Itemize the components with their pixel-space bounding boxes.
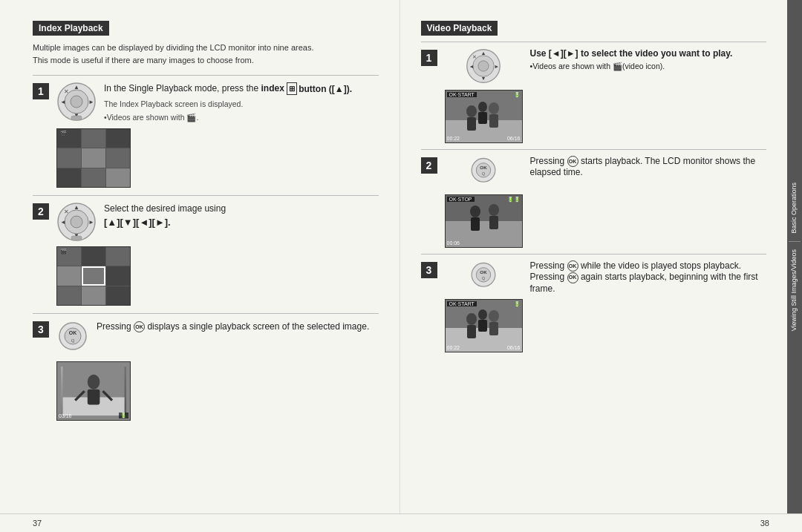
right-step-3-content: OK Q OK· bbox=[445, 260, 767, 352]
svg-text:▲: ▲ bbox=[480, 50, 486, 56]
left-intro: Multiple images can be displayed by divi… bbox=[33, 42, 379, 66]
sidebar-divider bbox=[789, 241, 801, 242]
svg-text:Q: Q bbox=[482, 276, 485, 280]
left-step-2-thumb: 🎬 bbox=[56, 246, 379, 306]
right-step-1-number: 1 bbox=[421, 50, 437, 66]
svg-point-53 bbox=[489, 204, 499, 216]
right-step-2-icons: OK Q OK·STOP 00:06 bbox=[445, 156, 523, 248]
right-step-2-number: 2 bbox=[421, 157, 437, 174]
left-step-2-text: Select the desired image using [▲][▼][◄]… bbox=[104, 202, 379, 230]
left-section-header: Index Playback bbox=[33, 21, 109, 36]
right-page-number: 38 bbox=[760, 519, 769, 528]
left-step-1-text: In the Single Playback mode, press the i… bbox=[104, 82, 379, 124]
left-step-1-content: ▲ ▼ ◄ ► ✕ In the Single Playback mode, p… bbox=[56, 82, 379, 124]
svg-point-43 bbox=[478, 102, 487, 112]
svg-text:✕: ✕ bbox=[64, 208, 69, 215]
svg-point-61 bbox=[466, 313, 477, 325]
svg-point-39 bbox=[466, 105, 477, 117]
svg-text:OK: OK bbox=[480, 269, 487, 275]
right-step-1-row: 1 ▲ ▼ ◄ ► ✕ bbox=[421, 42, 767, 143]
right-step-1-icons: ▲ ▼ ◄ ► ✕ bbox=[445, 48, 523, 143]
svg-text:▲: ▲ bbox=[74, 204, 79, 211]
sidebar-top-label: Basic Operations bbox=[790, 180, 799, 237]
left-step-1-icon: ▲ ▼ ◄ ► ✕ bbox=[56, 82, 97, 122]
svg-text:◄: ◄ bbox=[469, 64, 474, 70]
svg-rect-17 bbox=[71, 236, 82, 240]
svg-rect-66 bbox=[478, 320, 487, 332]
svg-rect-54 bbox=[489, 216, 498, 229]
right-section-header: Video Playback bbox=[421, 21, 498, 36]
svg-text:►: ► bbox=[88, 99, 94, 105]
svg-point-65 bbox=[478, 309, 487, 320]
left-page-number: 37 bbox=[33, 519, 42, 528]
right-step-2-row: 2 OK Q bbox=[421, 149, 767, 248]
svg-point-11 bbox=[71, 216, 82, 228]
svg-text:◄: ◄ bbox=[60, 99, 66, 105]
sidebar-tab: Basic Operations Viewing Still Images/Vi… bbox=[787, 0, 802, 513]
left-step-3-thumb: 🔋 03/16 bbox=[56, 361, 379, 421]
svg-text:Q: Q bbox=[71, 338, 75, 343]
svg-rect-25 bbox=[88, 390, 100, 405]
left-step-2-content: ▲ ▼ ◄ ► ✕ Select the desired image using… bbox=[56, 202, 379, 242]
main-content: Index Playback Multiple images can be di… bbox=[0, 0, 802, 513]
right-step-3-text: Pressing OK while the video is played st… bbox=[530, 260, 767, 352]
page-left: Index Playback Multiple images can be di… bbox=[0, 0, 400, 513]
svg-text:▼: ▼ bbox=[480, 76, 486, 82]
svg-text:✕: ✕ bbox=[64, 88, 69, 95]
svg-point-2 bbox=[71, 96, 82, 108]
left-step-1-row: 1 ▲ ▼ ◄ ► bbox=[33, 75, 379, 124]
left-step-2-number: 2 bbox=[33, 203, 49, 220]
svg-rect-40 bbox=[467, 117, 476, 131]
left-step-3-content: OK Q Pressing OK displays a single playb… bbox=[56, 320, 379, 357]
right-step-3-icons: OK Q OK· bbox=[445, 260, 523, 352]
svg-text:OK: OK bbox=[69, 330, 77, 335]
svg-point-24 bbox=[88, 375, 100, 390]
left-step-1-thumb: 🎬 bbox=[56, 128, 379, 188]
left-step-3-row: 3 OK Q Pressing OK displays a single pla… bbox=[33, 313, 379, 357]
svg-rect-62 bbox=[467, 325, 476, 338]
svg-rect-52 bbox=[471, 217, 480, 231]
left-step-3-number: 3 bbox=[33, 321, 49, 338]
svg-text:✕: ✕ bbox=[472, 54, 477, 60]
left-step-1-number: 1 bbox=[33, 83, 49, 99]
page-right: Video Playback 1 ▲ ▼ ◄ ► ✕ bbox=[400, 0, 803, 513]
svg-text:◄: ◄ bbox=[60, 219, 66, 226]
svg-text:▲: ▲ bbox=[74, 84, 79, 91]
svg-point-30 bbox=[478, 61, 489, 71]
svg-rect-64 bbox=[489, 322, 498, 335]
left-step-2-row: 2 ▲ ▼ ◄ ► ✕ Select the bbox=[33, 195, 379, 242]
svg-point-51 bbox=[470, 206, 480, 217]
svg-rect-42 bbox=[489, 114, 498, 128]
svg-text:Q: Q bbox=[482, 171, 485, 176]
left-step-3-icon: OK Q bbox=[56, 320, 89, 357]
right-step-1-content: ▲ ▼ ◄ ► ✕ bbox=[445, 48, 767, 143]
right-step-3-number: 3 bbox=[421, 262, 437, 278]
right-step-2-content: OK Q OK·STOP 00:06 bbox=[445, 156, 767, 248]
svg-text:►: ► bbox=[88, 219, 94, 226]
right-step-2-text: Pressing OK starts playback. The LCD mon… bbox=[530, 156, 767, 248]
right-step-3-row: 3 OK Q bbox=[421, 254, 767, 352]
svg-text:►: ► bbox=[494, 64, 499, 70]
svg-point-41 bbox=[489, 102, 499, 114]
svg-text:OK: OK bbox=[480, 165, 487, 170]
left-step-3-text: Pressing OK displays a single playback s… bbox=[97, 320, 379, 333]
svg-point-63 bbox=[489, 310, 499, 322]
page-footer: 37 38 bbox=[0, 513, 802, 532]
sidebar-bottom-label: Viewing Still Images/Videos bbox=[790, 246, 799, 334]
svg-rect-44 bbox=[478, 112, 487, 124]
left-step-2-icon: ▲ ▼ ◄ ► ✕ bbox=[56, 202, 97, 242]
svg-rect-8 bbox=[71, 116, 82, 120]
right-step-1-text: Use [◄][►] to select the video you want … bbox=[530, 48, 767, 143]
